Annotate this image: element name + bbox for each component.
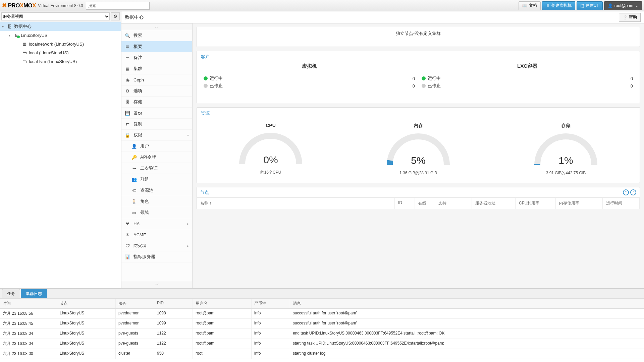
view-settings-button[interactable]: ⚙ (111, 12, 120, 20)
gauge-subtitle: 1.36 GiB的28.31 GiB (385, 170, 452, 176)
content-area[interactable]: 独立节点-没有定义集群 客户 虚拟机 运行中0 已停止0 LXC容器 运行中0 (193, 23, 644, 288)
view-selector-bar: 服务器视图 ⚙ (0, 11, 121, 21)
menu-firewall[interactable]: 🛡防火墙▸ (121, 240, 192, 251)
nodes-table-header: 名称 ↑ ID 在线 支持 服务器地址 CPU利用率 内存使用率 运行时间 (197, 197, 640, 209)
tab-cluster-log[interactable]: 集群日志 (21, 289, 47, 298)
log-row[interactable]: 六月 23 16:08:00 LinuxStoryUS cluster 950 … (0, 349, 644, 359)
view-select[interactable]: 服务器视图 (1, 12, 110, 20)
tab-tasks[interactable]: 任务 (2, 289, 20, 298)
col-name[interactable]: 名称 ↑ (197, 198, 395, 209)
tree-storage-item[interactable]: 🗃 local (LinuxStoryUS) (0, 48, 121, 57)
menu-users[interactable]: 👤用户 (121, 141, 192, 152)
cell-pid: 1122 (154, 329, 193, 339)
col-cpu[interactable]: CPU利用率 (516, 198, 556, 209)
cluster-icon: ▦ (125, 66, 130, 71)
create-vm-button[interactable]: 🖥创建虚拟机 (542, 1, 575, 10)
menu-tokens[interactable]: 🔑API令牌 (121, 152, 192, 163)
status-dot-running (204, 76, 208, 80)
menu-backup[interactable]: 💾备份 (121, 108, 192, 119)
resource-tree: ▾ 🗄 数据中心 ▾ 🖥 LinuxStoryUS ▦ localnetwork… (0, 21, 121, 288)
col-pid[interactable]: PID (154, 299, 193, 308)
expand-down-button[interactable]: ˅ (630, 189, 636, 195)
col-service[interactable]: 服务 (116, 299, 154, 308)
menu-2fa[interactable]: 🗝二次验证 (121, 163, 192, 174)
gauge-value: 5% (385, 155, 452, 166)
gear-icon: ⚙ (113, 14, 117, 19)
chevron-down-icon: ▾ (187, 133, 189, 137)
menu-pools[interactable]: 🏷资源池 (121, 185, 192, 196)
cell-service: pvedaemon (116, 319, 154, 328)
tree-datacenter[interactable]: ▾ 🗄 数据中心 (0, 22, 121, 31)
cell-pid: 1099 (154, 319, 193, 328)
tree-node[interactable]: ▾ 🖥 LinuxStoryUS (0, 31, 121, 40)
col-uptime[interactable]: 运行时间 (603, 198, 640, 209)
help-button[interactable]: ❔帮助 (619, 13, 641, 22)
panel-title: 资源 (197, 108, 640, 119)
ceph-icon: ◉ (125, 77, 130, 82)
config-menu: ︿ 🔍搜索 ▤概要 ▭备注 ▦集群 ◉Ceph ⚙选项 🗄存储 💾备份 ⇄复制 … (121, 23, 193, 288)
cell-severity: info (252, 339, 290, 349)
menu-notes[interactable]: ▭备注 (121, 52, 192, 63)
log-row[interactable]: 六月 23 16:08:04 LinuxStoryUS pve-guests 1… (0, 339, 644, 349)
tree-storage-item[interactable]: ▦ localnetwork (LinuxStoryUS) (0, 40, 121, 48)
log-row[interactable]: 六月 23 16:08:56 LinuxStoryUS pvedaemon 10… (0, 309, 644, 319)
resources-panel: 资源 CPU 0% 的16个CPU 内存 5% 1.36 GiB的28. (197, 107, 640, 183)
col-time[interactable]: 时间 (0, 299, 57, 308)
cell-message: starting task UPID:LinuxStoryUS:00000463… (290, 339, 644, 349)
menu-cluster[interactable]: ▦集群 (121, 63, 192, 74)
create-ct-button[interactable]: ⬚创建CT (577, 1, 603, 10)
cell-user: root@pam (193, 339, 252, 349)
cell-service: cluster (116, 349, 154, 359)
col-online[interactable]: 在线 (415, 198, 435, 209)
menu-storage[interactable]: 🗄存储 (121, 97, 192, 108)
menu-metrics[interactable]: 📊指标服务器 (121, 251, 192, 262)
cell-time: 六月 23 16:08:45 (0, 319, 57, 328)
menu-scroll-up[interactable]: ︿ (121, 23, 192, 30)
col-support[interactable]: 支持 (435, 198, 472, 209)
docs-button[interactable]: 📖文档 (519, 1, 541, 10)
col-mem[interactable]: 内存使用率 (556, 198, 603, 209)
version-label: Virtual Environment 8.0.3 (38, 3, 83, 8)
logo: ✖ PROXMOX (2, 2, 36, 9)
menu-replication[interactable]: ⇄复制 (121, 119, 192, 130)
menu-summary[interactable]: ▤概要 (121, 41, 192, 52)
menu-permissions[interactable]: 🔓权限▾ (121, 130, 192, 141)
menu-scroll-down[interactable]: ﹀ (121, 282, 192, 288)
menu-ceph[interactable]: ◉Ceph (121, 74, 192, 85)
menu-search[interactable]: 🔍搜索 (121, 30, 192, 41)
col-user[interactable]: 用户名 (193, 299, 252, 308)
menu-options[interactable]: ⚙选项 (121, 85, 192, 97)
log-row[interactable]: 六月 23 16:08:45 LinuxStoryUS pvedaemon 10… (0, 319, 644, 329)
log-rows: 六月 23 16:08:56 LinuxStoryUS pvedaemon 10… (0, 309, 644, 359)
col-severity[interactable]: 严重性 (252, 299, 290, 308)
menu-realms[interactable]: ▭领域 (121, 207, 192, 218)
vm-title: 虚拟机 (204, 63, 415, 69)
cell-message: successful auth for user 'root@pam' (290, 319, 644, 328)
user-icon: 👤 (131, 144, 137, 149)
col-addr[interactable]: 服务器地址 (472, 198, 516, 209)
save-icon: 💾 (125, 111, 130, 116)
user-menu-button[interactable]: 👤root@pam⌄ (604, 1, 642, 10)
chevron-right-icon: ▸ (187, 222, 189, 226)
log-row[interactable]: 六月 23 16:08:04 LinuxStoryUS pve-guests 1… (0, 329, 644, 339)
global-search-input[interactable] (86, 2, 150, 10)
col-message[interactable]: 消息 (290, 299, 644, 308)
menu-groups[interactable]: 👥群组 (121, 174, 192, 185)
node-icon: 🖥 (13, 33, 19, 38)
expand-up-button[interactable]: ˄ (623, 189, 629, 195)
menu-roles[interactable]: 🚶角色 (121, 196, 192, 207)
gauge-subtitle: 的16个CPU (237, 170, 304, 175)
cell-time: 六月 23 16:08:04 (0, 329, 57, 339)
col-node[interactable]: 节点 (57, 299, 116, 308)
col-id[interactable]: ID (395, 198, 415, 209)
log-tabs: 任务 集群日志 (0, 289, 644, 299)
cell-time: 六月 23 16:08:04 (0, 339, 57, 349)
menu-ha[interactable]: ❤HA▸ (121, 218, 192, 229)
database-icon: 🗄 (125, 100, 130, 105)
menu-acme[interactable]: ✳ACME (121, 229, 192, 240)
guests-panel: 客户 虚拟机 运行中0 已停止0 LXC容器 运行中0 已停止0 (197, 51, 640, 103)
gauge-title: 内存 (385, 123, 452, 129)
lxc-stopped-count: 0 (631, 83, 633, 88)
tree-storage-item[interactable]: 🗃 local-lvm (LinuxStoryUS) (0, 57, 121, 66)
lock-icon: 🔓 (125, 133, 130, 138)
